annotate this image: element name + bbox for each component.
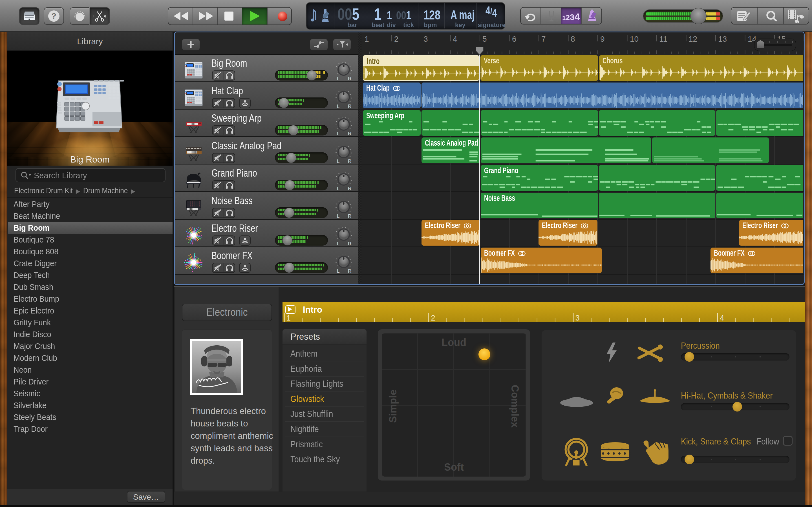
svg-text:L: L <box>337 104 340 108</box>
svg-text:L: L <box>337 76 340 81</box>
svg-text:L: L <box>337 131 340 136</box>
svg-text:R: R <box>348 269 351 273</box>
svg-text:R: R <box>348 159 351 163</box>
svg-text:R: R <box>348 186 351 191</box>
svg-text:1: 1 <box>287 314 291 322</box>
svg-text:R: R <box>348 131 351 136</box>
svg-text:2: 2 <box>431 314 435 322</box>
svg-text:?: ? <box>51 11 56 20</box>
svg-text:L: L <box>337 241 340 246</box>
svg-text:R: R <box>348 214 351 218</box>
svg-text:L: L <box>337 186 340 191</box>
svg-text:R: R <box>348 104 351 108</box>
svg-text:R: R <box>348 241 351 246</box>
svg-text:L: L <box>337 214 340 218</box>
svg-text:L: L <box>337 269 340 273</box>
svg-text:L: L <box>337 159 340 163</box>
svg-text:R: R <box>348 76 351 81</box>
svg-text:4: 4 <box>720 314 724 322</box>
svg-text:3: 3 <box>575 314 580 322</box>
